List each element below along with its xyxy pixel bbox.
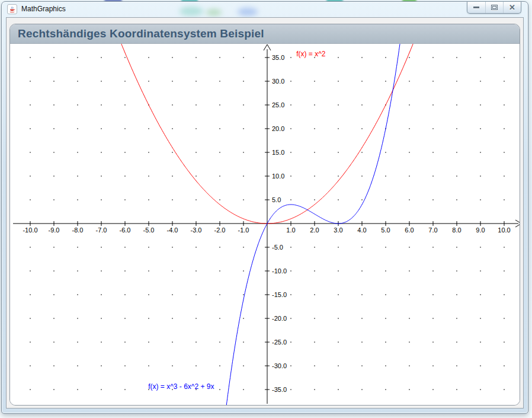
grid-dot bbox=[30, 247, 31, 248]
grid-dot bbox=[196, 318, 197, 319]
grid-dot bbox=[456, 318, 457, 319]
grid-dot bbox=[314, 342, 315, 343]
grid-dot bbox=[124, 247, 126, 248]
x-tick-label: -8.0 bbox=[72, 226, 84, 234]
function-curve-cubic bbox=[226, 44, 401, 405]
grid-dot bbox=[432, 270, 434, 272]
y-tick-label: -30.0 bbox=[272, 362, 287, 369]
grid-dot bbox=[243, 389, 244, 390]
grid-dot bbox=[338, 247, 339, 248]
grid-dot bbox=[101, 318, 102, 319]
plot-area: -10.0-9.0-8.0-7.0-6.0-5.0-4.0-3.0-2.0-1.… bbox=[10, 44, 520, 405]
grid-dot bbox=[504, 104, 505, 106]
maximize-button[interactable] bbox=[485, 2, 503, 13]
y-tick-label: -20.0 bbox=[272, 315, 287, 322]
grid-dot bbox=[314, 199, 315, 200]
grid-dot bbox=[196, 294, 197, 295]
grid-dot bbox=[385, 199, 386, 200]
grid-dot bbox=[148, 152, 149, 153]
window-content: Rechtshändiges Koordinatensystem Beispie… bbox=[6, 17, 524, 409]
grid-dot bbox=[432, 152, 434, 153]
grid-dot bbox=[432, 176, 434, 177]
grid-dot bbox=[338, 365, 339, 366]
grid-dot bbox=[385, 389, 386, 390]
grid-dot bbox=[101, 152, 102, 153]
x-tick-label: 2.0 bbox=[310, 226, 319, 234]
y-tick-label: 5.0 bbox=[272, 196, 281, 203]
grid-dot bbox=[456, 199, 457, 200]
grid-dot bbox=[196, 365, 197, 366]
grid-dot bbox=[480, 176, 481, 177]
grid-dot bbox=[77, 152, 78, 153]
grid-dot bbox=[219, 389, 220, 390]
function-label-cubic: f(x) = x^3 - 6x^2 + 9x bbox=[148, 382, 214, 391]
grid-dot bbox=[504, 199, 505, 200]
grid-dot bbox=[53, 199, 55, 200]
grid-dot bbox=[77, 294, 78, 295]
grid-dot bbox=[30, 128, 31, 129]
grid-dot bbox=[148, 81, 149, 82]
grid-dot bbox=[409, 294, 410, 295]
grid-dot bbox=[432, 104, 434, 106]
x-tick-label: 1.0 bbox=[286, 226, 295, 234]
minimize-icon bbox=[473, 7, 479, 8]
java-app-icon bbox=[7, 4, 17, 14]
grid-dot bbox=[480, 270, 481, 272]
grid-dot bbox=[361, 294, 363, 295]
grid-dot bbox=[101, 81, 102, 82]
coordinate-system-panel: Rechtshändiges Koordinatensystem Beispie… bbox=[9, 24, 520, 406]
x-tick-label: -4.0 bbox=[167, 226, 178, 234]
close-button[interactable]: ✕ bbox=[503, 2, 521, 13]
grid-dot bbox=[77, 342, 78, 343]
grid-dot bbox=[456, 57, 457, 58]
grid-dot bbox=[480, 57, 481, 58]
grid-dot bbox=[219, 128, 220, 129]
grid-dot bbox=[101, 270, 102, 272]
grid-dot bbox=[30, 199, 31, 200]
grid-dot bbox=[53, 294, 55, 295]
titlebar[interactable]: MathGraphics ✕ bbox=[2, 2, 528, 17]
window-controls: ✕ bbox=[467, 2, 521, 14]
grid-dot bbox=[480, 318, 481, 319]
grid-dot bbox=[219, 365, 220, 366]
grid-dot bbox=[196, 247, 197, 248]
grid-dot bbox=[101, 199, 102, 200]
grid-dot bbox=[432, 128, 434, 129]
grid-dot bbox=[101, 128, 102, 129]
grid-dot bbox=[148, 365, 149, 366]
grid-dot bbox=[504, 270, 505, 272]
grid-dot bbox=[30, 57, 31, 58]
grid-dot bbox=[456, 128, 457, 129]
grid-dot bbox=[361, 81, 363, 82]
grid-dot bbox=[30, 270, 31, 272]
grid-dot bbox=[243, 270, 244, 272]
panel-title: Rechtshändiges Koordinatensystem Beispie… bbox=[10, 24, 264, 43]
grid-dot bbox=[409, 199, 410, 200]
grid-dot bbox=[338, 389, 339, 390]
grid-dot bbox=[219, 81, 220, 82]
grid-dot bbox=[432, 389, 434, 390]
maximize-icon bbox=[491, 5, 498, 10]
grid-dot bbox=[243, 152, 244, 153]
grid-dot bbox=[456, 294, 457, 295]
grid-dot bbox=[361, 176, 363, 177]
grid-dot bbox=[290, 389, 291, 390]
grid-dot bbox=[124, 128, 126, 129]
grid-dot bbox=[504, 128, 505, 129]
grid-dot bbox=[338, 152, 339, 153]
grid-dot bbox=[53, 247, 55, 248]
grid-dot bbox=[101, 294, 102, 295]
grid-dot bbox=[196, 81, 197, 82]
grid-dot bbox=[148, 57, 149, 58]
grid-dot bbox=[243, 104, 244, 106]
grid-dot bbox=[124, 57, 126, 58]
function-label-parabola: f(x) = x^2 bbox=[296, 50, 326, 58]
grid-dot bbox=[124, 270, 126, 272]
minimize-button[interactable] bbox=[467, 2, 485, 13]
grid-dot bbox=[480, 128, 481, 129]
grid-dot bbox=[243, 318, 244, 319]
x-tick-label: 9.0 bbox=[476, 226, 485, 234]
x-tick-label: -7.0 bbox=[96, 226, 107, 234]
grid-dot bbox=[409, 389, 410, 390]
grid-dot bbox=[338, 270, 339, 272]
